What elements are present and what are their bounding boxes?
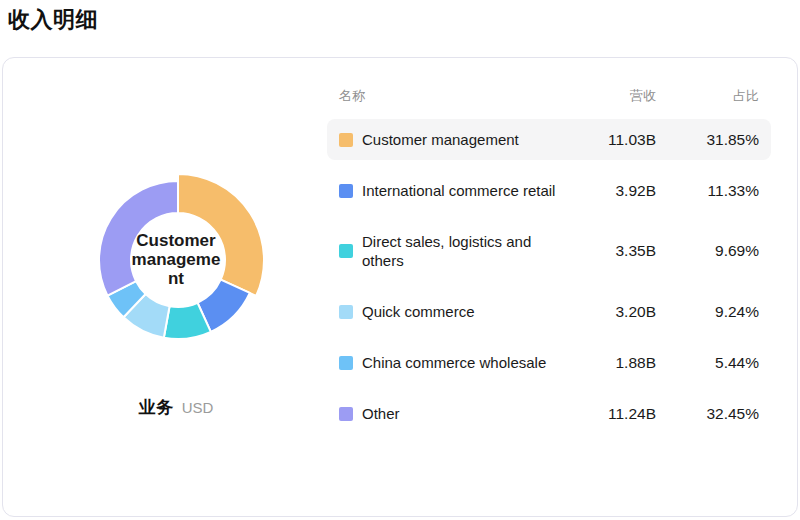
legend-swatch — [339, 356, 353, 370]
row-revenue: 3.20B — [566, 303, 656, 321]
row-label: International commerce retail — [362, 181, 555, 200]
table-row[interactable]: Other11.24B32.45% — [327, 393, 771, 434]
row-share: 32.45% — [656, 405, 759, 423]
table-row[interactable]: International commerce retail3.92B11.33% — [327, 170, 771, 211]
row-name-cell: Quick commerce — [339, 302, 566, 321]
header-revenue: 营收 — [566, 87, 656, 105]
table-rows: Customer management11.03B31.85%Internati… — [327, 119, 771, 434]
row-revenue: 3.35B — [566, 242, 656, 260]
row-name-cell: International commerce retail — [339, 181, 566, 200]
legend-swatch — [339, 244, 353, 258]
revenue-detail-card: Customer management 业务USD 名称 营收 占比 Custo… — [2, 57, 798, 517]
dimension-name: 业务 — [139, 398, 174, 417]
page-title: 收入明细 — [8, 5, 98, 35]
row-share: 9.69% — [656, 242, 759, 260]
row-name-cell: Other — [339, 404, 566, 423]
row-revenue: 11.24B — [566, 405, 656, 423]
row-label: Other — [362, 404, 400, 423]
table-header: 名称 营收 占比 — [327, 86, 771, 105]
row-revenue: 11.03B — [566, 131, 656, 149]
header-share: 占比 — [656, 87, 759, 105]
row-label: Direct sales, logistics and others — [362, 232, 566, 270]
row-label: Quick commerce — [362, 302, 475, 321]
row-name-cell: China commerce wholesale — [339, 353, 566, 372]
row-share: 11.33% — [656, 182, 759, 200]
table-row[interactable]: Quick commerce3.20B9.24% — [327, 291, 771, 332]
chart-dimension-label: 业务USD — [3, 396, 349, 419]
row-share: 31.85% — [656, 131, 759, 149]
legend-swatch — [339, 305, 353, 319]
row-share: 9.24% — [656, 303, 759, 321]
row-revenue: 3.92B — [566, 182, 656, 200]
row-label: Customer management — [362, 130, 519, 149]
legend-swatch — [339, 184, 353, 198]
legend-table: 名称 营收 占比 Customer management11.03B31.85%… — [327, 86, 771, 434]
table-row[interactable]: Customer management11.03B31.85% — [327, 119, 771, 160]
table-row[interactable]: Direct sales, logistics and others3.35B9… — [327, 221, 771, 281]
dimension-unit: USD — [182, 399, 214, 416]
row-share: 5.44% — [656, 354, 759, 372]
header-name: 名称 — [339, 87, 566, 105]
legend-swatch — [339, 133, 353, 147]
donut-center-label: Customer management — [131, 231, 221, 288]
row-name-cell: Direct sales, logistics and others — [339, 232, 566, 270]
row-label: China commerce wholesale — [362, 353, 546, 372]
row-revenue: 1.88B — [566, 354, 656, 372]
row-name-cell: Customer management — [339, 130, 566, 149]
legend-swatch — [339, 407, 353, 421]
table-row[interactable]: China commerce wholesale1.88B5.44% — [327, 342, 771, 383]
